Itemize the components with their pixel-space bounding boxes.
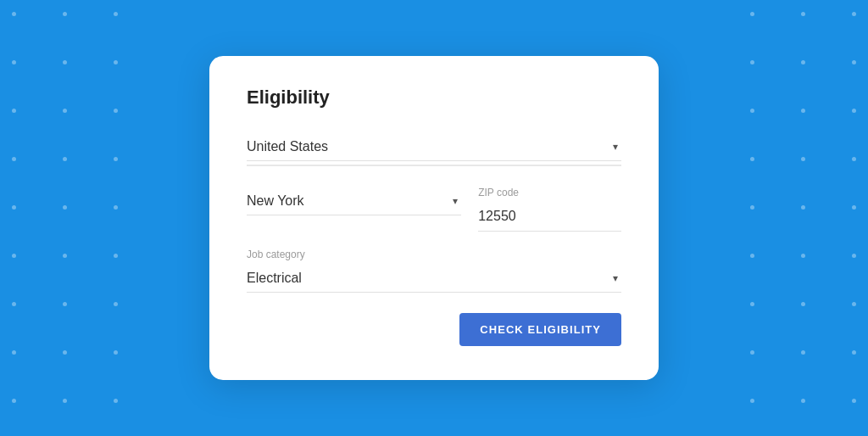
- check-eligibility-button[interactable]: CHECK ELIGIBILITY: [459, 313, 621, 346]
- country-divider: [247, 165, 621, 166]
- job-group: Job category Electrical Plumbing HVAC Ca…: [247, 249, 621, 293]
- zip-group: ZIP code: [478, 187, 621, 232]
- state-select-wrapper: New York California Texas Florida Illino…: [247, 187, 461, 215]
- job-select[interactable]: Electrical Plumbing HVAC Carpentry Paint…: [247, 264, 621, 293]
- eligibility-card: Eligibility United States Canada United …: [209, 56, 659, 380]
- country-select[interactable]: United States Canada United Kingdom Aust…: [247, 132, 621, 161]
- zip-input[interactable]: [478, 202, 621, 232]
- country-select-wrapper: United States Canada United Kingdom Aust…: [247, 132, 621, 161]
- job-select-wrapper: Electrical Plumbing HVAC Carpentry Paint…: [247, 264, 621, 293]
- state-group: New York California Texas Florida Illino…: [247, 187, 461, 232]
- state-zip-row: New York California Texas Florida Illino…: [247, 187, 621, 232]
- card-title: Eligibility: [247, 87, 621, 109]
- state-select[interactable]: New York California Texas Florida Illino…: [247, 187, 461, 215]
- job-label: Job category: [247, 249, 621, 260]
- zip-label: ZIP code: [478, 187, 621, 198]
- country-group: United States Canada United Kingdom Aust…: [247, 132, 621, 166]
